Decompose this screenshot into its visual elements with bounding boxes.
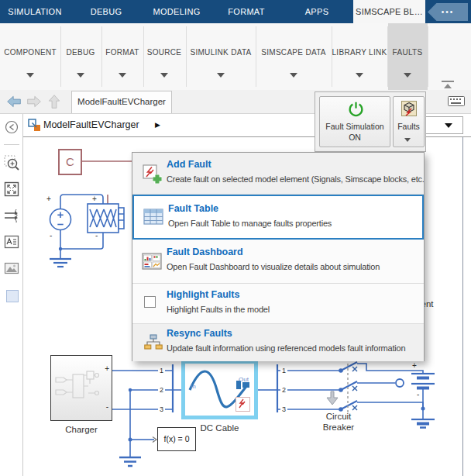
toolstrip-separator [428, 26, 428, 87]
bus-port-number: 2 [280, 386, 287, 394]
tab-modeling[interactable]: MODELING [153, 0, 200, 23]
charger-block[interactable]: + - [50, 355, 112, 421]
toolstrip-separator [143, 26, 144, 87]
toolstrip-separator [332, 26, 332, 87]
canvas-palette [0, 113, 23, 476]
signal-routing-icon[interactable] [4, 208, 19, 223]
canvas-right-scroll-edge[interactable] [462, 137, 463, 476]
toolstrip-separator [101, 26, 102, 87]
polarity-label: - [50, 232, 52, 240]
group-label: LIBRARY LINK [332, 48, 387, 57]
keyboard-icon[interactable] [448, 96, 465, 106]
chevron-down-icon [404, 73, 411, 78]
dc-cable-block[interactable]: In Out [181, 360, 258, 419]
menu-item-add-fault[interactable]: Add Fault Create fault on selected model… [132, 153, 424, 195]
group-label: FORMAT [105, 48, 139, 57]
group-label: FAULTS [393, 48, 423, 57]
faults-menu-button[interactable]: Faults [393, 96, 425, 147]
zoom-region-icon[interactable] [4, 155, 19, 171]
breadcrumb[interactable]: ModelFaultEVCharger [43, 113, 139, 136]
toolstrip-separator [186, 26, 187, 87]
back-icon[interactable] [6, 94, 22, 109]
menu-item-fault-dashboard[interactable]: Fault Dashboard Open Fault Dashboard to … [132, 240, 424, 284]
chevron-down-icon [356, 73, 363, 78]
fault-simulation-label: Fault Simulation [320, 122, 390, 132]
dc-cable-out-port: Out [239, 376, 249, 383]
group-label: DEBUG [66, 48, 95, 57]
group-label: COMPONENT [4, 48, 57, 57]
tab-apps[interactable]: APPS [305, 0, 329, 23]
menu-item-resync-faults[interactable]: Resync Faults Update fault information u… [132, 324, 424, 361]
dc-cable-in-port: In [191, 383, 196, 390]
power-icon [348, 101, 364, 117]
port-plus: + [105, 365, 109, 373]
circuit-breaker-label: Breaker [315, 423, 362, 432]
chevron-down-icon [290, 73, 297, 78]
hide-palette-button[interactable] [4, 119, 19, 135]
up-icon[interactable] [46, 94, 62, 109]
bus-port-number: 2 [158, 386, 165, 394]
fault-simulation-state: ON [320, 133, 390, 143]
resync-faults-icon [143, 334, 164, 351]
faults-dropdown-menu: Add Fault Create fault on selected model… [132, 152, 425, 361]
bus-port-number: 3 [280, 405, 287, 413]
menu-item-title: Resync Faults [167, 328, 232, 339]
toolstrip-separator [256, 26, 256, 87]
chevron-down-icon [77, 73, 84, 78]
polarity-label: + [92, 195, 97, 203]
fit-to-view-icon[interactable] [4, 181, 19, 197]
dc-cable-label: DC Cable [181, 423, 258, 433]
group-label: SIMSCAPE DATA [261, 48, 326, 57]
toolstrip-separator [60, 26, 61, 87]
bus-port-number: 3 [158, 405, 165, 413]
image-icon[interactable] [4, 260, 19, 276]
faults-group-pressed-highlight [388, 23, 428, 90]
palette-divider [4, 144, 19, 145]
faults-cube-icon [401, 101, 417, 116]
menu-item-desc: Open Fault Dashboard to visualize detail… [167, 262, 380, 271]
toolstrip-separator [387, 26, 388, 87]
battery-minus: - [417, 391, 419, 398]
menu-item-title: Add Fault [167, 159, 211, 170]
menu-item-desc: Open Fault Table to manage faults proper… [168, 219, 332, 228]
document-tab[interactable]: ModelFaultEVCharger [71, 91, 172, 113]
menu-item-desc: Update fault information using reference… [167, 343, 405, 353]
toolbar-dropdown[interactable] [425, 116, 463, 134]
toolstrip: COMPONENT DEBUG FORMAT SOURCE SIMULINK D… [0, 23, 471, 91]
tab-simscape-block-active[interactable]: SIMSCAPE BL… [353, 0, 425, 23]
tab-simulation[interactable]: SIMULATION [8, 0, 61, 23]
area-select-icon[interactable] [6, 290, 19, 302]
bus-port-number: 1 [280, 367, 287, 374]
breadcrumb-caret[interactable]: ▶ [155, 113, 160, 136]
menu-item-highlight-faults[interactable]: Highlight Faults Highlight Faults in the… [132, 284, 424, 324]
highlight-faults-checkbox[interactable] [144, 296, 156, 308]
charger-label: Charger [50, 425, 112, 434]
forward-icon[interactable] [26, 94, 42, 109]
tab-debug[interactable]: DEBUG [91, 0, 122, 23]
model-icon [28, 119, 41, 132]
toolstrip-tab-bar: SIMULATION DEBUG MODELING FORMAT APPS SI… [0, 0, 471, 23]
controller-block[interactable]: C [58, 149, 82, 175]
simulink-window: C + - + - + - Charger 1 2 3 1 2 3 f(x) =… [0, 0, 471, 476]
chevron-down-icon [445, 123, 452, 128]
charger-subsystem-thumbnail [54, 367, 101, 410]
fault-badge [236, 397, 250, 412]
annotation-icon[interactable] [4, 234, 19, 250]
circuit-breaker-label: Circuit [315, 412, 362, 421]
polarity-label: + [46, 195, 51, 203]
port-minus: - [106, 403, 108, 411]
bus-port-number: 1 [158, 367, 165, 374]
tab-format[interactable]: FORMAT [228, 0, 264, 23]
menu-item-title: Highlight Faults [167, 289, 239, 300]
more-tabs-button[interactable]: ••• [428, 3, 468, 21]
battery-plus: + [412, 362, 417, 370]
chevron-down-icon [404, 138, 411, 142]
polarity-label: - [95, 232, 98, 240]
menu-item-fault-table[interactable]: Fault Table Open Fault Table to manage f… [132, 195, 424, 240]
menu-item-title: Fault Dashboard [167, 247, 243, 257]
group-label: SIMULINK DATA [190, 48, 251, 57]
fault-dashboard-icon [141, 253, 163, 270]
fault-simulation-toggle-button[interactable]: Fault Simulation ON [319, 96, 390, 147]
collapse-toolstrip-icon[interactable] [442, 81, 454, 88]
faults-group-popout: Fault Simulation ON Faults [315, 91, 426, 152]
